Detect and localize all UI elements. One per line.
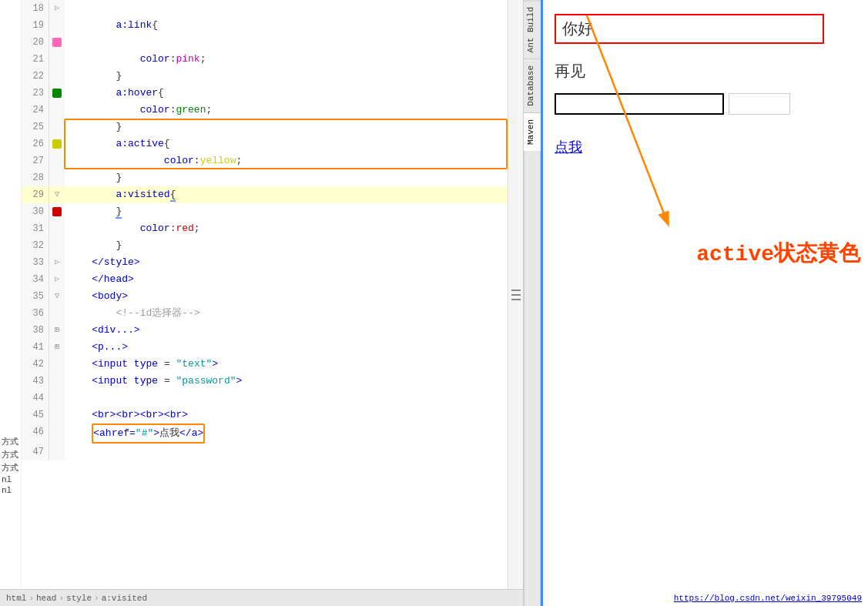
annotation-active-text: active状态黄色 — [696, 239, 860, 268]
code-line-20: 20 — [22, 34, 508, 51]
gutter-dot-red — [52, 207, 62, 216]
code-line-46: 46 <a href="#">点我</a> — [22, 424, 508, 444]
code-lines[interactable]: 18 ▷ 19 a:link{ 20 21 — [22, 0, 508, 589]
left-labels-col: 方式 方式 方式 nl nl — [0, 0, 22, 589]
code-line-24: 24 color:green; — [22, 102, 508, 119]
preview-dianwo-link[interactable]: 点我 — [555, 140, 582, 156]
tab-maven[interactable]: Maven — [524, 112, 541, 151]
left-label-5: nl — [0, 486, 21, 495]
code-line-27: 27 color:yellow; — [22, 152, 508, 169]
left-label-2: 方式 — [0, 449, 21, 460]
preview-url[interactable]: https://blog.csdn.net/weixin_39795049 — [674, 594, 862, 603]
fold-icon-29[interactable]: ▽ — [55, 186, 59, 203]
code-line-43: 43 <input type = "password"> — [22, 373, 508, 390]
fold-icon-38[interactable]: ⊞ — [55, 322, 59, 339]
preview-panel: 你好 再见 点我 active状态黄色 https://blog. — [541, 0, 868, 606]
code-line-36: 36 <!--id选择器--> — [22, 305, 508, 322]
preview-nihao-wrapper: 你好 — [555, 14, 856, 52]
hamburger-line-2 — [511, 294, 521, 296]
breadcrumb-head: head — [36, 594, 56, 603]
left-label-4: nl — [0, 475, 21, 484]
fold-icon-34[interactable]: ▷ — [55, 271, 59, 288]
code-line-45: 45 <br><br><br><br> — [22, 407, 508, 424]
code-line-25: 25 } — [22, 119, 508, 136]
code-line-38: 38 ⊞ <div...> — [22, 322, 508, 339]
code-line-22: 22 } — [22, 68, 508, 85]
orange-box-46: <a href="#">点我</a> — [92, 424, 205, 444]
code-wrapper: 方式 方式 方式 nl nl 18 ▷ 19 a:link{ 20 — [0, 0, 523, 589]
code-line-33: 33 ▷ </style> — [22, 254, 508, 271]
code-line-26: 26 a:active{ — [22, 136, 508, 152]
preview-input-text[interactable] — [555, 93, 724, 115]
preview-input-password[interactable] — [729, 93, 790, 115]
code-line-47: 47 — [22, 444, 508, 460]
code-line-44: 44 — [22, 390, 508, 407]
code-line-18: 18 ▷ — [22, 0, 508, 17]
left-label-3: 方式 — [0, 462, 21, 474]
breadcrumb: html › head › style › a:visited — [0, 589, 523, 606]
fold-icon-33[interactable]: ▷ — [55, 254, 59, 271]
breadcrumb-style: style — [66, 594, 92, 603]
gutter-dot-yellow — [52, 139, 62, 149]
code-line-41: 41 ⊞ <p...> — [22, 339, 508, 356]
left-label-1: 方式 — [0, 436, 21, 447]
gutter-dot-pink — [52, 38, 62, 47]
preview-link-area: 点我 — [555, 138, 856, 156]
breadcrumb-avisited: a:visited — [102, 594, 147, 603]
code-line-21: 21 color:pink; — [22, 51, 508, 68]
code-line-32: 32 } — [22, 237, 508, 254]
hamburger-line-3 — [511, 299, 521, 300]
preview-inputs-row — [555, 93, 856, 115]
minimap-scrollbar[interactable] — [508, 0, 523, 589]
code-line-29: 29 ▽ a:visited{ — [22, 186, 508, 203]
fold-icon-18[interactable]: ▷ — [55, 0, 59, 17]
code-line-42: 42 <input type = "text"> — [22, 356, 508, 373]
code-line-31: 31 color:red; — [22, 220, 508, 237]
code-line-34: 34 ▷ </head> — [22, 271, 508, 288]
code-line-23: 23 a:hover{ — [22, 85, 508, 102]
gutter-dot-green — [52, 89, 62, 98]
hamburger-line-1 — [511, 290, 521, 291]
code-line-35: 35 ▽ <body> — [22, 288, 508, 305]
preview-zaijian-text: 再见 — [555, 61, 856, 82]
code-line-19: 19 a:link{ — [22, 17, 508, 34]
code-line-30: 30 } — [22, 203, 508, 220]
editor-panel: 方式 方式 方式 nl nl 18 ▷ 19 a:link{ 20 — [0, 0, 524, 606]
fold-icon-35[interactable]: ▽ — [55, 288, 59, 305]
breadcrumb-html: html — [6, 594, 26, 603]
tab-database[interactable]: Database — [524, 59, 541, 112]
tab-ant-build[interactable]: Ant Build — [524, 0, 541, 59]
right-tabs-panel: Ant Build Database Maven — [524, 0, 541, 606]
lines-25-27-group: 25 } 26 a:active{ 27 — [22, 119, 508, 169]
preview-nihao-text: 你好 — [555, 14, 824, 44]
preview-content: 你好 再见 点我 active状态黄色 — [541, 0, 868, 606]
fold-icon-41[interactable]: ⊞ — [55, 339, 59, 356]
annotation-arrow — [541, 0, 868, 606]
code-line-28: 28 } — [22, 169, 508, 186]
